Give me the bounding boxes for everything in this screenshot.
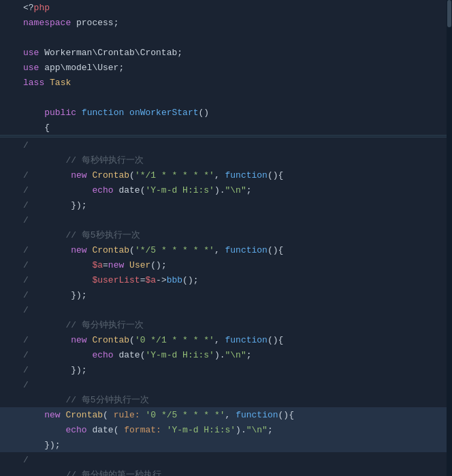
line-use1: use Workerman\Crontab\Crontab; [0, 45, 452, 60]
line-comment-5sec: // 每5秒执行一次 [0, 227, 452, 242]
line-crontab1: / new Crontab('*/1 * * * * *', function(… [0, 168, 452, 183]
line-close1: / }); [0, 197, 452, 212]
line-close3: / }); [0, 362, 452, 377]
line-echo2: / echo date('Y-m-d H:i:s')."\n"; [0, 347, 452, 362]
line-comment-min: // 每分钟执行一次 [0, 317, 452, 332]
line-brace-open: { [0, 120, 452, 135]
line-comment-5min: // 每5分钟执行一次 [0, 392, 452, 407]
line-comment-sec: // 每秒钟执行一次 [0, 153, 452, 168]
code-editor: <?php namespace process; use Workerman\C… [0, 0, 452, 476]
line-class: lass Task [0, 75, 452, 90]
line-echo3-hl: echo date( format: 'Y-m-d H:i:s')."\n"; [0, 422, 452, 437]
line-crontab2: / new Crontab('*/5 * * * * *', function(… [0, 242, 452, 257]
scrollbar[interactable] [447, 0, 452, 476]
line-namespace: namespace process; [0, 15, 452, 30]
line-slash5: / [0, 452, 452, 467]
line-user-new: / $a=new User(); [0, 257, 452, 272]
line-crontab3: / new Crontab('0 */1 * * * *', function(… [0, 332, 452, 347]
line-slash3: / [0, 302, 452, 317]
line-blank1 [0, 30, 452, 45]
line-blank2 [0, 90, 452, 105]
line-public-func: public function onWorkerStart() [0, 105, 452, 120]
line-userlist: / $userList=$a->bbb(); [0, 272, 452, 287]
line-use2: use app\model\User; [0, 60, 452, 75]
line-close4-hl: }); [0, 437, 452, 452]
line-php: <?php [0, 0, 452, 15]
line-comment-first-sec: // 每分钟的第一秒执行 [0, 467, 452, 476]
line-slash1: / [0, 138, 452, 153]
line-close2: / }); [0, 287, 452, 302]
line-slash2: / [0, 212, 452, 227]
line-echo1: / echo date('Y-m-d H:i:s')."\n"; [0, 183, 452, 197]
line-crontab4-hl: new Crontab( rule: '0 */5 * * * *', func… [0, 407, 452, 422]
scroll-thumb[interactable] [447, 0, 451, 27]
line-slash4: / [0, 377, 452, 392]
